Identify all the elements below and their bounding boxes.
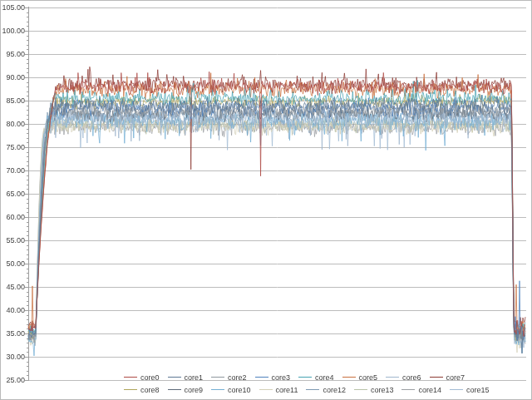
legend-item-core14: core14 <box>401 386 441 394</box>
y-axis-tick-label: 75.00 <box>1 143 25 151</box>
legend-row-1: core0 core1 core2 core3 core4 core5 core… <box>124 371 498 383</box>
legend-label: core13 <box>371 386 394 394</box>
series-color-swatch <box>259 389 273 390</box>
series-color-swatch <box>255 377 268 378</box>
legend-item-core13: core13 <box>354 386 394 394</box>
y-axis-tick-label: 80.00 <box>1 120 25 128</box>
legend-label: core2 <box>228 373 247 382</box>
legend-label: core4 <box>315 373 334 382</box>
legend-label: core15 <box>466 386 490 394</box>
series-color-swatch <box>168 389 181 390</box>
legend-label: core12 <box>323 386 346 394</box>
series-color-swatch <box>354 389 367 390</box>
y-axis-tick-label: 35.00 <box>1 329 25 338</box>
y-axis-tick-label: 55.00 <box>1 236 25 244</box>
legend-label: core9 <box>185 386 204 394</box>
series-color-swatch <box>450 389 463 390</box>
legend-label: core3 <box>272 373 291 382</box>
y-axis-tick-label: 100.00 <box>1 27 25 35</box>
y-axis-tick-label: 65.00 <box>1 190 25 198</box>
series-color-swatch <box>401 389 415 390</box>
y-axis-tick-label: 60.00 <box>1 213 25 221</box>
legend-item-core15: core15 <box>450 386 490 394</box>
y-axis-tick-label: 40.00 <box>1 306 25 314</box>
legend-label: core10 <box>228 386 251 394</box>
legend-item-core0: core0 <box>124 373 160 382</box>
series-color-swatch <box>124 377 137 378</box>
legend-item-core11: core11 <box>259 386 298 394</box>
series-color-swatch <box>298 377 312 378</box>
legend-label: core1 <box>185 373 204 382</box>
legend-item-core9: core9 <box>168 386 204 394</box>
cpu-core-temperature-chart: 105.00100.0095.0090.0085.0080.0075.0070.… <box>0 0 532 400</box>
legend-row-2: core8 core9 core10 core11 core12 core13 … <box>124 383 498 396</box>
series-color-swatch <box>168 377 181 378</box>
legend-item-core10: core10 <box>211 386 251 394</box>
series-color-swatch <box>342 377 356 378</box>
y-axis-tick-label: 85.00 <box>1 96 25 105</box>
legend-item-core6: core6 <box>386 373 421 382</box>
y-axis-tick-label: 45.00 <box>1 283 25 291</box>
series-color-swatch <box>306 389 319 390</box>
legend-item-core2: core2 <box>211 373 247 382</box>
legend-item-core1: core1 <box>168 373 204 382</box>
line-chart-plot-canvas <box>1 1 531 399</box>
legend-label: core7 <box>446 373 466 382</box>
y-axis-tick-label: 25.00 <box>1 376 25 384</box>
y-axis-tick-label: 70.00 <box>1 166 25 175</box>
series-color-swatch <box>386 377 399 378</box>
legend-label: core0 <box>140 373 160 382</box>
series-color-swatch <box>211 377 224 378</box>
series-color-swatch <box>211 389 224 390</box>
legend-label: core11 <box>276 386 298 394</box>
legend-item-core7: core7 <box>430 373 466 382</box>
legend-item-core3: core3 <box>255 373 291 382</box>
y-axis-tick-label: 30.00 <box>1 353 25 361</box>
chart-legend: core0 core1 core2 core3 core4 core5 core… <box>124 371 498 396</box>
legend-label: core5 <box>359 373 378 382</box>
legend-label: core14 <box>418 386 441 394</box>
y-axis-tick-label: 50.00 <box>1 259 25 268</box>
legend-label: core6 <box>402 373 421 382</box>
y-axis-tick-label: 90.00 <box>1 73 25 81</box>
series-color-swatch <box>124 389 137 390</box>
legend-item-core5: core5 <box>342 373 378 382</box>
y-axis-tick-label: 105.00 <box>1 3 25 12</box>
legend-item-core12: core12 <box>306 386 346 394</box>
legend-label: core8 <box>140 386 160 394</box>
legend-item-core8: core8 <box>124 386 160 394</box>
series-color-swatch <box>430 377 443 378</box>
y-axis-tick-label: 95.00 <box>1 50 25 58</box>
legend-item-core4: core4 <box>298 373 334 382</box>
